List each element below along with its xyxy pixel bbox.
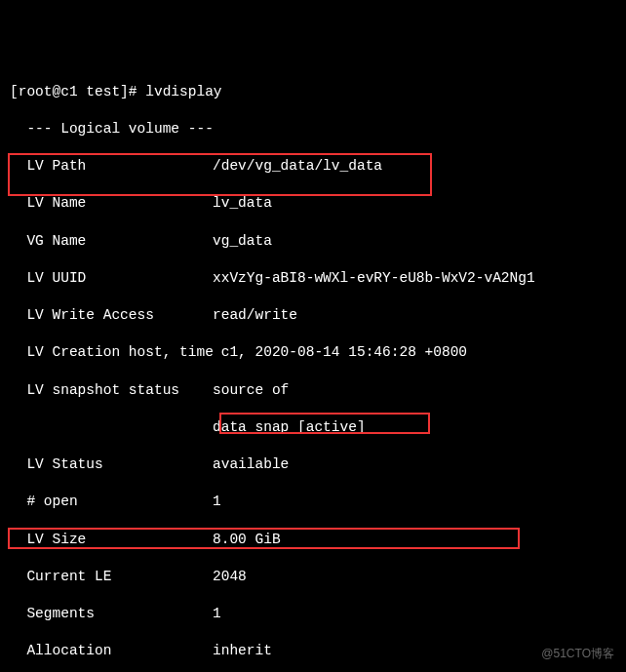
lv1-vg-value: vg_data [213, 232, 272, 251]
lv1-curle: Current LE2048 [10, 568, 616, 586]
lv1-open: # open1 [10, 493, 616, 511]
lv1-seg-label: Segments [10, 605, 213, 623]
lv1-creation-value: c1, 2020-08-14 15:46:28 +0800 [213, 343, 467, 362]
lv1-name-label: LV Name [10, 194, 213, 213]
lv1-vg: VG Namevg_data [10, 232, 616, 251]
lv1-alloc-label: Allocation [10, 642, 213, 660]
lv1-header: --- Logical volume --- [10, 120, 616, 138]
lv1-status-label: LV Status [10, 455, 213, 474]
lv1-curle-label: Current LE [10, 568, 213, 586]
lv1-open-value: 1 [213, 493, 221, 511]
lv1-alloc-value: inherit [213, 642, 272, 660]
lv1-seg: Segments1 [10, 605, 616, 623]
lv1-seg-value: 1 [213, 605, 221, 623]
lv1-write-label: LV Write Access [10, 306, 213, 325]
lv1-creation-label: LV Creation host, time [10, 343, 213, 362]
lv1-snap-line1: LV snapshot statussource of [10, 381, 616, 400]
highlight-box-snapshot-status-2 [8, 528, 520, 549]
lv1-status-value: available [213, 455, 289, 474]
watermark: @51CTO博客 [541, 647, 614, 662]
highlight-box-snap-path [219, 413, 430, 434]
lv1-status: LV Statusavailable [10, 455, 616, 474]
lv1-vg-label: VG Name [10, 232, 213, 251]
lv1-creation: LV Creation host, time c1, 2020-08-14 15… [10, 343, 616, 362]
lv1-uuid-label: LV UUID [10, 269, 213, 288]
lv1-uuid-value: xxVzYg-aBI8-wWXl-evRY-eU8b-WxV2-vA2Ng1 [213, 269, 535, 288]
lv1-write: LV Write Accessread/write [10, 306, 616, 325]
highlight-box-snapshot-status-1 [8, 153, 432, 196]
lv1-snap-label: LV snapshot status [10, 381, 213, 400]
lv1-uuid: LV UUIDxxVzYg-aBI8-wWXl-evRY-eU8b-WxV2-v… [10, 269, 616, 288]
lv1-write-value: read/write [213, 306, 297, 325]
lv1-open-label: # open [10, 493, 213, 511]
lv1-name-value: lv_data [213, 194, 272, 213]
shell-prompt-line: [root@c1 test]# lvdisplay [10, 83, 616, 101]
lv1-name: LV Namelv_data [10, 194, 616, 213]
lv1-curle-value: 2048 [213, 568, 247, 586]
lv1-alloc: Allocationinherit [10, 642, 616, 660]
lv1-snap-value1: source of [213, 381, 289, 400]
